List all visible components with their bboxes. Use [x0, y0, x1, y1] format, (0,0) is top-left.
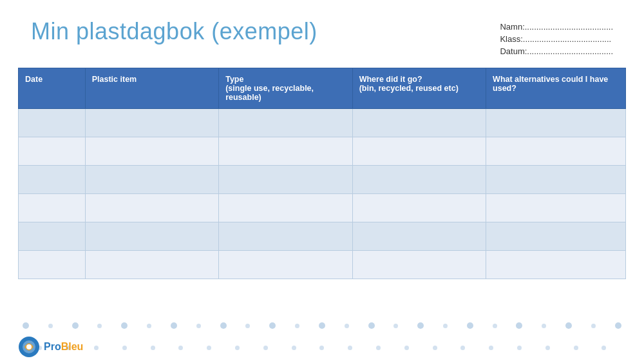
dot: [220, 322, 227, 329]
dot: [517, 346, 522, 350]
cell-alternatives: [486, 251, 626, 279]
cell-where: [352, 109, 486, 137]
col-header-plastic-item: Plastic item: [85, 68, 218, 109]
dot: [404, 346, 409, 350]
dot: [368, 322, 375, 329]
dot: [295, 324, 299, 328]
header: Min plastdagbok (exempel) Namn:.........…: [0, 0, 644, 63]
dot: [489, 346, 493, 350]
dot: [48, 324, 53, 328]
cell-alternatives: [486, 166, 626, 194]
logo-text: ProBleu: [44, 341, 83, 353]
dot: [196, 324, 201, 328]
cell-plastic_item: [85, 251, 218, 279]
page: Min plastdagbok (exempel) Namn:.........…: [0, 0, 644, 363]
dot: [574, 346, 578, 350]
cell-type: [219, 222, 352, 251]
cell-plastic_item: [85, 137, 218, 166]
dot: [235, 346, 240, 350]
cell-alternatives: [486, 194, 626, 222]
col-header-date: Date: [19, 68, 86, 109]
col-header-type: Type(single use, recyclable, reusable): [219, 68, 352, 109]
cell-alternatives: [486, 109, 626, 137]
dot: [319, 322, 325, 329]
cell-where: [352, 251, 486, 279]
dot: [94, 346, 99, 350]
plastic-diary-table: Date Plastic item Type(single use, recyc…: [18, 68, 626, 279]
logo: ProBleu: [18, 336, 83, 358]
cell-plastic_item: [85, 109, 218, 137]
dots-decoration-2: [0, 341, 644, 354]
cell-type: [219, 194, 352, 222]
dot: [460, 346, 465, 350]
dot: [263, 346, 268, 350]
dot: [345, 324, 349, 328]
cell-type: [219, 109, 352, 137]
cell-where: [352, 222, 486, 251]
page-title: Min plastdagbok (exempel): [31, 18, 317, 45]
dot: [565, 322, 572, 329]
cell-date: [19, 251, 86, 279]
dot: [23, 322, 29, 329]
cell-date: [19, 166, 86, 194]
col-header-where: Where did it go?(bin, recycled, reused e…: [352, 68, 486, 109]
col-header-alternatives: What alternatives could I have used?: [486, 68, 626, 109]
cell-date: [19, 137, 86, 166]
dot: [376, 346, 381, 350]
dot: [393, 324, 398, 328]
cell-type: [219, 251, 352, 279]
table-row: [19, 194, 626, 222]
klass-field: Klass:..................................…: [500, 34, 613, 44]
dot: [493, 324, 497, 328]
cell-alternatives: [486, 222, 626, 251]
dot: [151, 346, 155, 350]
logo-icon: [18, 336, 40, 358]
dot: [348, 346, 352, 350]
datum-field: Datum:..................................…: [500, 46, 613, 56]
dot: [269, 322, 276, 329]
table-row: [19, 109, 626, 137]
namn-field: Namn:...................................…: [500, 22, 613, 32]
cell-where: [352, 137, 486, 166]
cell-alternatives: [486, 137, 626, 166]
dot: [97, 324, 102, 328]
dot: [147, 324, 151, 328]
dot: [417, 322, 424, 329]
table-row: [19, 166, 626, 194]
dot: [319, 346, 324, 350]
svg-point-2: [26, 344, 32, 349]
cell-where: [352, 194, 486, 222]
dot: [467, 322, 473, 329]
cell-plastic_item: [85, 222, 218, 251]
dot: [178, 346, 183, 350]
dot: [545, 346, 550, 350]
cell-type: [219, 166, 352, 194]
meta-block: Namn:...................................…: [500, 18, 613, 56]
dot: [72, 322, 79, 329]
cell-plastic_item: [85, 194, 218, 222]
dot: [122, 346, 127, 350]
cell-where: [352, 166, 486, 194]
cell-date: [19, 194, 86, 222]
dots-decoration-1: [0, 313, 644, 338]
table-row: [19, 251, 626, 279]
dot: [207, 346, 211, 350]
dot: [433, 346, 437, 350]
dot: [516, 322, 522, 329]
cell-type: [219, 137, 352, 166]
dot: [245, 324, 250, 328]
dot: [615, 322, 621, 329]
table-row: [19, 137, 626, 166]
cell-date: [19, 109, 86, 137]
dot: [601, 346, 606, 350]
dot: [292, 346, 296, 350]
cell-plastic_item: [85, 166, 218, 194]
dot: [171, 322, 177, 329]
dot: [443, 324, 448, 328]
table-wrapper: Date Plastic item Type(single use, recyc…: [0, 68, 644, 279]
dot: [591, 324, 596, 328]
table-row: [19, 222, 626, 251]
dot: [121, 322, 128, 329]
dot: [542, 324, 546, 328]
cell-date: [19, 222, 86, 251]
